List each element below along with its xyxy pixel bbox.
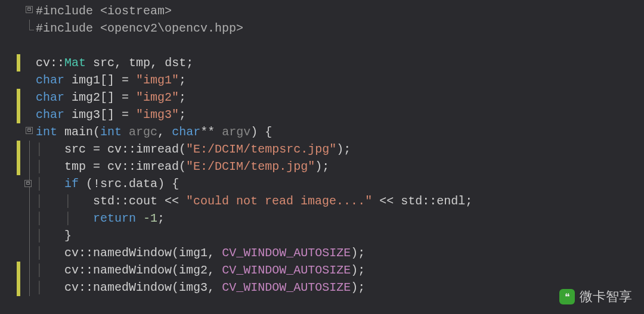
- fold-minus-icon[interactable]: ⊟: [26, 6, 33, 13]
- code-line: │ cv::namedWindow(img3, CV_WINDOW_AUTOSI…: [0, 279, 644, 296]
- change-marker: [17, 262, 20, 279]
- code-line: │ cv::namedWindow(img1, CV_WINDOW_AUTOSI…: [0, 244, 644, 262]
- change-marker: [17, 54, 20, 71]
- code-line: │ │ return -1;: [0, 210, 644, 227]
- change-marker: [17, 89, 20, 106]
- code-line: │ │ std::cout << "could not read image..…: [0, 192, 644, 210]
- code-editor[interactable]: ⊟ #include <iostream> #include <opencv2\…: [0, 0, 644, 314]
- fold-column: [23, 20, 36, 37]
- change-marker: [17, 279, 20, 296]
- code-line: │ }: [0, 227, 644, 244]
- fold-column[interactable]: ⊟: [23, 175, 36, 192]
- code-line: char img2[] = "img2";: [0, 89, 644, 106]
- code-line: [0, 37, 644, 54]
- code-line: │ tmp = cv::imread("E:/DCIM/temp.jpg");: [0, 158, 644, 175]
- code-line: char img3[] = "img3";: [0, 106, 644, 123]
- fold-column[interactable]: ⊟: [23, 2, 36, 20]
- fold-minus-icon[interactable]: ⊟: [24, 180, 32, 187]
- change-marker: [17, 141, 20, 158]
- gutter: [0, 2, 23, 20]
- code-line: ⊟ int main(int argc, char** argv) {: [0, 123, 644, 141]
- code-line: │ cv::namedWindow(img2, CV_WINDOW_AUTOSI…: [0, 262, 644, 279]
- fold-column[interactable]: ⊟: [23, 123, 36, 141]
- gutter: [0, 20, 23, 37]
- code-line: cv::Mat src, tmp, dst;: [0, 54, 644, 71]
- code-line: │ src = cv::imread("E:/DCIM/tempsrc.jpg"…: [0, 141, 644, 158]
- code-line: #include <opencv2\opencv.hpp>: [0, 20, 644, 37]
- code-content: #include <iostream>: [36, 4, 644, 18]
- watermark-text: 微卡智享: [580, 288, 632, 306]
- wechat-icon: ❝: [559, 289, 575, 304]
- watermark: ❝ 微卡智享: [559, 288, 632, 306]
- fold-minus-icon[interactable]: ⊟: [26, 127, 33, 134]
- code-line: char img1[] = "img1";: [0, 71, 644, 89]
- code-line: ⊟ │ if (!src.data) {: [0, 175, 644, 192]
- code-line: ⊟ #include <iostream>: [0, 2, 644, 20]
- code-content: #include <opencv2\opencv.hpp>: [36, 21, 644, 35]
- change-marker: [17, 158, 20, 175]
- change-marker: [17, 106, 20, 123]
